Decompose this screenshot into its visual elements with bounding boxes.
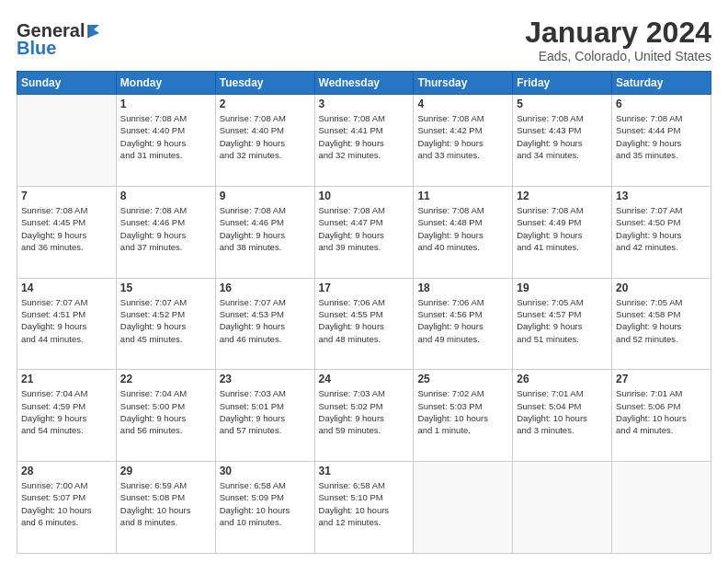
day-number: 6 [616, 98, 707, 110]
title-block: January 2024 Eads, Colorado, United Stat… [525, 17, 711, 63]
calendar-cell: 4Sunrise: 7:08 AM Sunset: 4:42 PM Daylig… [414, 95, 513, 187]
day-number: 16 [220, 282, 311, 294]
calendar-cell: 5Sunrise: 7:08 AM Sunset: 4:43 PM Daylig… [513, 95, 612, 187]
calendar-cell: 15Sunrise: 7:07 AM Sunset: 4:52 PM Dayli… [116, 278, 215, 370]
day-info: Sunrise: 7:08 AM Sunset: 4:44 PM Dayligh… [616, 112, 707, 161]
week-row-1: 1Sunrise: 7:08 AM Sunset: 4:40 PM Daylig… [17, 95, 711, 187]
calendar-cell: 24Sunrise: 7:03 AM Sunset: 5:02 PM Dayli… [314, 370, 414, 462]
day-number: 20 [616, 282, 707, 294]
calendar-cell: 6Sunrise: 7:08 AM Sunset: 4:44 PM Daylig… [612, 95, 711, 187]
calendar-cell [414, 462, 513, 554]
day-number: 22 [120, 373, 211, 385]
calendar-cell: 11Sunrise: 7:08 AM Sunset: 4:48 PM Dayli… [414, 186, 513, 278]
day-number: 9 [220, 190, 311, 202]
day-info: Sunrise: 7:01 AM Sunset: 5:06 PM Dayligh… [616, 387, 707, 436]
calendar-cell [17, 95, 117, 187]
week-row-5: 28Sunrise: 7:00 AM Sunset: 5:07 PM Dayli… [17, 462, 711, 554]
header: General Blue January 2024 Eads, Colorado… [17, 17, 711, 63]
calendar-cell: 31Sunrise: 6:58 AM Sunset: 5:10 PM Dayli… [314, 462, 414, 554]
calendar-cell: 21Sunrise: 7:04 AM Sunset: 4:59 PM Dayli… [17, 370, 117, 462]
day-number: 21 [21, 373, 112, 385]
day-number: 7 [21, 190, 112, 202]
day-number: 29 [120, 465, 211, 477]
day-info: Sunrise: 7:01 AM Sunset: 5:04 PM Dayligh… [517, 387, 608, 436]
day-header-monday: Monday [116, 72, 215, 95]
day-info: Sunrise: 7:08 AM Sunset: 4:46 PM Dayligh… [120, 204, 211, 253]
day-info: Sunrise: 7:00 AM Sunset: 5:07 PM Dayligh… [21, 479, 112, 528]
calendar-cell: 23Sunrise: 7:03 AM Sunset: 5:01 PM Dayli… [215, 370, 314, 462]
calendar-cell: 17Sunrise: 7:06 AM Sunset: 4:55 PM Dayli… [314, 278, 414, 370]
day-info: Sunrise: 6:59 AM Sunset: 5:08 PM Dayligh… [120, 479, 211, 528]
calendar-cell: 18Sunrise: 7:06 AM Sunset: 4:56 PM Dayli… [414, 278, 513, 370]
calendar-cell: 3Sunrise: 7:08 AM Sunset: 4:41 PM Daylig… [314, 95, 414, 187]
day-number: 1 [120, 98, 211, 110]
day-number: 3 [319, 98, 410, 110]
day-info: Sunrise: 7:05 AM Sunset: 4:58 PM Dayligh… [616, 296, 707, 345]
week-row-3: 14Sunrise: 7:07 AM Sunset: 4:51 PM Dayli… [17, 278, 711, 370]
calendar-cell: 9Sunrise: 7:08 AM Sunset: 4:46 PM Daylig… [215, 186, 314, 278]
day-info: Sunrise: 7:08 AM Sunset: 4:43 PM Dayligh… [517, 112, 608, 161]
day-info: Sunrise: 7:02 AM Sunset: 5:03 PM Dayligh… [417, 387, 508, 436]
day-header-sunday: Sunday [17, 72, 117, 95]
day-info: Sunrise: 7:06 AM Sunset: 4:56 PM Dayligh… [417, 296, 508, 345]
logo-text: General Blue [17, 20, 107, 59]
day-number: 19 [517, 282, 608, 294]
day-info: Sunrise: 7:08 AM Sunset: 4:48 PM Dayligh… [417, 204, 508, 253]
page: General Blue January 2024 Eads, Colorado… [0, 0, 728, 563]
day-number: 11 [417, 190, 508, 202]
day-number: 27 [616, 373, 707, 385]
logo: General Blue [17, 20, 107, 59]
day-info: Sunrise: 7:08 AM Sunset: 4:40 PM Dayligh… [220, 112, 311, 161]
day-number: 12 [517, 190, 608, 202]
day-info: Sunrise: 7:04 AM Sunset: 4:59 PM Dayligh… [21, 387, 112, 436]
calendar-cell: 10Sunrise: 7:08 AM Sunset: 4:47 PM Dayli… [314, 186, 414, 278]
day-number: 17 [319, 282, 410, 294]
day-number: 28 [21, 465, 112, 477]
calendar-cell: 20Sunrise: 7:05 AM Sunset: 4:58 PM Dayli… [612, 278, 711, 370]
day-info: Sunrise: 7:08 AM Sunset: 4:47 PM Dayligh… [319, 204, 410, 253]
day-info: Sunrise: 6:58 AM Sunset: 5:10 PM Dayligh… [319, 479, 410, 528]
calendar-cell: 30Sunrise: 6:58 AM Sunset: 5:09 PM Dayli… [215, 462, 314, 554]
calendar-cell: 8Sunrise: 7:08 AM Sunset: 4:46 PM Daylig… [116, 186, 215, 278]
day-info: Sunrise: 7:08 AM Sunset: 4:41 PM Dayligh… [319, 112, 410, 161]
day-info: Sunrise: 7:08 AM Sunset: 4:45 PM Dayligh… [21, 204, 112, 253]
week-row-4: 21Sunrise: 7:04 AM Sunset: 4:59 PM Dayli… [17, 370, 711, 462]
day-info: Sunrise: 6:58 AM Sunset: 5:09 PM Dayligh… [220, 479, 311, 528]
day-info: Sunrise: 7:08 AM Sunset: 4:46 PM Dayligh… [220, 204, 311, 253]
day-info: Sunrise: 7:08 AM Sunset: 4:49 PM Dayligh… [517, 204, 608, 253]
main-title: January 2024 [525, 17, 711, 49]
calendar-cell: 13Sunrise: 7:07 AM Sunset: 4:50 PM Dayli… [612, 186, 711, 278]
day-number: 8 [120, 190, 211, 202]
logo-flag-icon [86, 21, 107, 41]
day-info: Sunrise: 7:06 AM Sunset: 4:55 PM Dayligh… [319, 296, 410, 345]
day-info: Sunrise: 7:05 AM Sunset: 4:57 PM Dayligh… [517, 296, 608, 345]
day-header-tuesday: Tuesday [215, 72, 314, 95]
day-number: 14 [21, 282, 112, 294]
svg-marker-0 [88, 25, 99, 38]
day-info: Sunrise: 7:03 AM Sunset: 5:01 PM Dayligh… [220, 387, 311, 436]
day-number: 23 [220, 373, 311, 385]
day-number: 10 [319, 190, 410, 202]
day-number: 30 [220, 465, 311, 477]
calendar-cell [612, 462, 711, 554]
day-number: 2 [220, 98, 311, 110]
day-info: Sunrise: 7:08 AM Sunset: 4:42 PM Dayligh… [417, 112, 508, 161]
day-header-friday: Friday [513, 72, 612, 95]
calendar-table: SundayMondayTuesdayWednesdayThursdayFrid… [17, 71, 711, 554]
header-row: SundayMondayTuesdayWednesdayThursdayFrid… [17, 72, 711, 95]
calendar-cell: 27Sunrise: 7:01 AM Sunset: 5:06 PM Dayli… [612, 370, 711, 462]
calendar-cell: 7Sunrise: 7:08 AM Sunset: 4:45 PM Daylig… [17, 186, 117, 278]
day-info: Sunrise: 7:07 AM Sunset: 4:52 PM Dayligh… [120, 296, 211, 345]
day-header-wednesday: Wednesday [314, 72, 414, 95]
day-header-thursday: Thursday [414, 72, 513, 95]
calendar-cell: 1Sunrise: 7:08 AM Sunset: 4:40 PM Daylig… [116, 95, 215, 187]
calendar-cell: 26Sunrise: 7:01 AM Sunset: 5:04 PM Dayli… [513, 370, 612, 462]
day-number: 26 [517, 373, 608, 385]
calendar-cell: 12Sunrise: 7:08 AM Sunset: 4:49 PM Dayli… [513, 186, 612, 278]
day-number: 24 [319, 373, 410, 385]
calendar-cell: 25Sunrise: 7:02 AM Sunset: 5:03 PM Dayli… [414, 370, 513, 462]
day-info: Sunrise: 7:07 AM Sunset: 4:51 PM Dayligh… [21, 296, 112, 345]
day-info: Sunrise: 7:07 AM Sunset: 4:50 PM Dayligh… [616, 204, 707, 253]
week-row-2: 7Sunrise: 7:08 AM Sunset: 4:45 PM Daylig… [17, 186, 711, 278]
day-number: 31 [319, 465, 410, 477]
